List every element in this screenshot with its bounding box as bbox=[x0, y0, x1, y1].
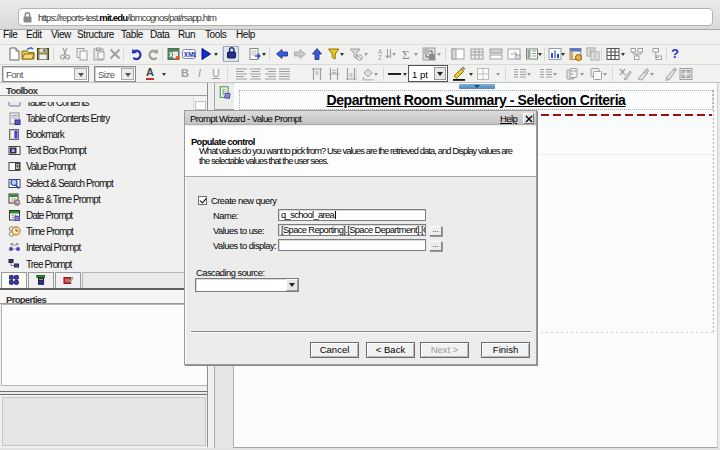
svg-text:Σ: Σ bbox=[402, 47, 410, 61]
svg-text:Z: Z bbox=[378, 54, 382, 61]
svg-text:XML: XML bbox=[184, 51, 196, 58]
